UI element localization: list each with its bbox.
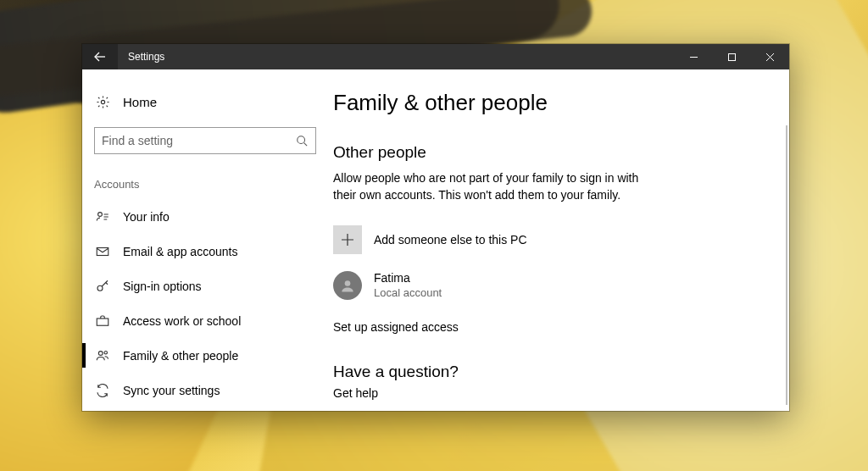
sidebar-item-family-people[interactable]: Family & other people — [82, 338, 328, 373]
user-name: Fatima — [374, 271, 442, 286]
window-title: Settings — [118, 51, 164, 63]
people-icon — [94, 347, 111, 364]
close-button[interactable] — [751, 44, 789, 69]
sidebar-item-label: Email & app accounts — [111, 245, 237, 258]
sidebar-item-sync-settings[interactable]: Sync your settings — [82, 373, 328, 407]
sidebar-section-label: Accounts — [82, 154, 328, 194]
svg-point-5 — [97, 285, 103, 291]
briefcase-icon — [94, 313, 111, 330]
sidebar-item-label: Family & other people — [111, 349, 238, 363]
titlebar: Settings — [82, 44, 789, 69]
svg-point-9 — [345, 280, 351, 286]
sync-icon — [94, 382, 111, 399]
avatar-icon — [333, 271, 362, 300]
svg-point-2 — [298, 136, 305, 144]
sidebar-item-label: Access work or school — [111, 314, 241, 328]
key-icon — [94, 278, 111, 295]
maximize-button[interactable] — [713, 44, 751, 69]
gear-icon — [94, 95, 111, 109]
svg-rect-4 — [97, 247, 108, 255]
add-user-label: Add someone else to this PC — [362, 233, 527, 247]
mail-icon — [94, 243, 111, 260]
sidebar-item-label: Your info — [111, 210, 170, 224]
sidebar-item-email-accounts[interactable]: Email & app accounts — [82, 234, 328, 269]
sidebar-item-label: Sign-in options — [111, 280, 202, 293]
svg-rect-0 — [729, 53, 736, 60]
other-people-heading: Other people — [333, 143, 789, 162]
user-account-type: Local account — [374, 286, 442, 300]
main-content: Family & other people Other people Allow… — [328, 69, 789, 411]
scrollbar[interactable] — [786, 125, 787, 405]
sidebar-nav: Your info Email & app accounts — [82, 199, 328, 407]
plus-icon — [333, 225, 362, 254]
svg-rect-6 — [97, 319, 108, 325]
sidebar-item-your-info[interactable]: Your info — [82, 199, 328, 234]
assigned-access-link[interactable]: Set up assigned access — [333, 320, 789, 334]
search-input-container[interactable] — [94, 127, 316, 154]
sidebar-home[interactable]: Home — [82, 85, 328, 119]
sidebar: Home Accounts — [82, 69, 328, 411]
user-account-entry[interactable]: Fatima Local account — [333, 271, 789, 300]
add-user-button[interactable]: Add someone else to this PC — [333, 225, 789, 254]
sidebar-home-label: Home — [111, 95, 157, 109]
svg-point-1 — [101, 100, 104, 103]
page-title: Family & other people — [333, 90, 789, 116]
svg-point-3 — [98, 212, 103, 216]
minimize-button[interactable] — [675, 44, 713, 69]
search-icon — [295, 134, 309, 147]
settings-window: Settings Home — [82, 44, 789, 411]
sidebar-item-signin-options[interactable]: Sign-in options — [82, 269, 328, 303]
sidebar-item-work-school[interactable]: Access work or school — [82, 303, 328, 338]
svg-point-7 — [98, 351, 103, 355]
search-input[interactable] — [102, 134, 295, 147]
question-heading: Have a question? — [333, 363, 789, 381]
svg-point-8 — [104, 351, 107, 353]
other-people-description: Allow people who are not part of your fa… — [333, 170, 655, 203]
sidebar-item-label: Sync your settings — [111, 384, 220, 397]
get-help-link[interactable]: Get help — [333, 386, 789, 400]
back-button[interactable] — [82, 44, 118, 69]
person-card-icon — [94, 208, 111, 225]
